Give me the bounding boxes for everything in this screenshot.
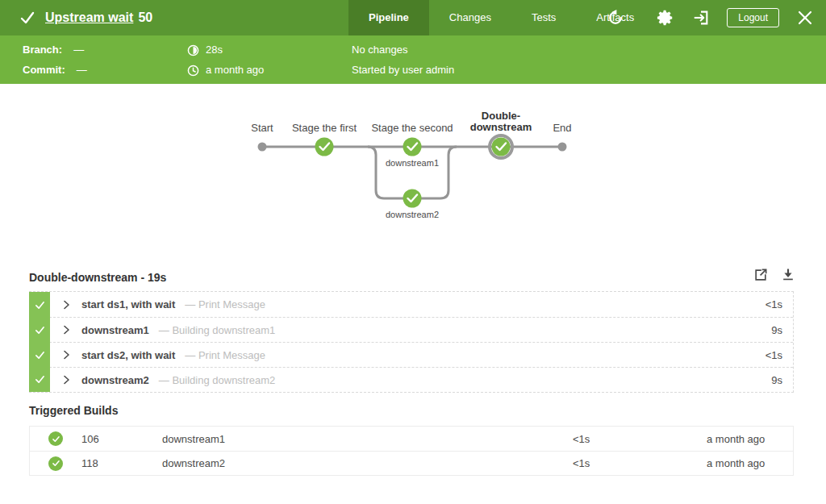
check-icon — [35, 374, 45, 385]
build-time: a month ago — [707, 433, 793, 445]
started-by-text: Started by user admin — [352, 62, 454, 78]
pipeline-name[interactable]: Upstream wait — [45, 10, 133, 24]
branch-value: — — [73, 42, 84, 58]
step-description: — Print Message — [185, 298, 265, 310]
logout-button[interactable]: Logout — [727, 8, 779, 27]
build-status-cell — [30, 431, 81, 446]
check-icon — [35, 350, 45, 360]
duration-timer-icon — [187, 44, 199, 56]
cause-column: No changes Started by user admin — [352, 42, 454, 78]
run-number: 50 — [138, 10, 152, 24]
step-duration: 9s — [771, 374, 782, 386]
graph-node-start[interactable] — [258, 143, 267, 152]
success-check-icon — [19, 10, 35, 26]
completed-value: a month ago — [206, 62, 264, 78]
chevron-right-icon — [63, 350, 70, 360]
duration-row: 28s — [187, 42, 264, 58]
stage-result-title: Double-downstream - 19s — [29, 271, 166, 284]
settings-gear-icon[interactable] — [656, 8, 675, 27]
step-status-success — [29, 292, 50, 318]
step-row[interactable]: downstream1 — Building downstream1 9s — [29, 317, 793, 342]
log-actions — [752, 266, 797, 284]
build-duration: <1s — [573, 457, 707, 469]
chevron-right-icon — [63, 375, 70, 385]
step-description: — Print Message — [185, 349, 265, 361]
commit-value: — — [77, 62, 87, 78]
build-time: a month ago — [707, 457, 793, 469]
step-status-success — [29, 367, 50, 392]
run-details-bar: Branch: — Commit: — 28s a mo — [0, 35, 826, 84]
step-row[interactable]: start ds1, with wait — Print Message <1s — [29, 292, 793, 317]
step-content: downstream2 — Building downstream2 9s — [50, 368, 793, 392]
triggered-builds-table: 106 downstream1 <1s a month ago 118 down… — [29, 426, 794, 476]
graph-node-downstream1[interactable] — [403, 138, 422, 156]
completed-row: a month ago — [187, 62, 264, 78]
step-status-success — [29, 342, 50, 368]
pipeline-graph: Start Stage the first Stage the second D… — [0, 84, 826, 253]
tab-changes[interactable]: Changes — [429, 0, 511, 35]
build-duration: <1s — [573, 433, 707, 445]
graph-node-downstream2[interactable] — [403, 190, 422, 208]
step-name: downstream2 — [81, 374, 149, 386]
pipeline-run-page: Upstream wait50 Pipeline Changes Tests A… — [0, 0, 826, 504]
tab-tests[interactable]: Tests — [511, 0, 576, 35]
top-bar: Upstream wait50 Pipeline Changes Tests A… — [0, 0, 826, 35]
branch-label-downstream2: downstream2 — [386, 210, 439, 219]
success-circle-icon — [48, 431, 63, 446]
step-row[interactable]: start ds2, with wait — Print Message <1s — [29, 342, 793, 367]
go-to-classic-icon[interactable] — [691, 8, 711, 27]
run-title-link[interactable]: Upstream wait50 — [45, 10, 152, 25]
close-icon[interactable] — [795, 8, 815, 27]
branch-label-downstream1: downstream1 — [386, 158, 439, 168]
step-list: start ds1, with wait — Print Message <1s… — [29, 291, 794, 393]
duration-value: 28s — [206, 42, 223, 58]
changes-text: No changes — [352, 42, 454, 58]
build-name: downstream2 — [162, 457, 573, 469]
step-name: downstream1 — [81, 324, 149, 336]
step-description: — Building downstream2 — [159, 374, 276, 386]
table-row[interactable]: 118 downstream2 <1s a month ago — [30, 451, 793, 475]
header-actions: Logout — [606, 0, 815, 35]
run-title-group: Upstream wait50 — [19, 10, 152, 26]
step-duration: 9s — [771, 324, 782, 336]
build-name: downstream1 — [162, 433, 573, 445]
clock-icon — [187, 65, 199, 77]
branch-label: Branch: — [23, 42, 62, 58]
success-circle-icon — [48, 456, 63, 471]
download-log-icon[interactable] — [779, 266, 797, 284]
table-row[interactable]: 106 downstream1 <1s a month ago — [30, 427, 793, 451]
step-name: start ds1, with wait — [81, 298, 175, 310]
step-row[interactable]: downstream2 — Building downstream2 9s — [29, 367, 793, 392]
step-duration: <1s — [766, 349, 782, 361]
triggered-builds-title: Triggered Builds — [29, 404, 118, 417]
step-duration: <1s — [766, 298, 782, 310]
graph-node-double-downstream-selected[interactable] — [490, 135, 512, 158]
step-status-success — [29, 317, 50, 343]
rerun-icon[interactable] — [606, 8, 625, 27]
step-content: downstream1 — Building downstream1 9s — [50, 318, 793, 342]
tab-pipeline[interactable]: Pipeline — [348, 0, 429, 35]
step-content: start ds1, with wait — Print Message <1s — [50, 292, 793, 317]
commit-row: Commit: — — [23, 62, 87, 78]
branch-row: Branch: — — [23, 42, 87, 58]
step-description: — Building downstream1 — [159, 324, 276, 336]
graph-node-stage-the-first[interactable] — [315, 138, 334, 156]
build-status-cell — [30, 456, 81, 471]
step-name: start ds2, with wait — [81, 349, 175, 361]
branch-commit-column: Branch: — Commit: — — [23, 42, 87, 78]
step-content: start ds2, with wait — Print Message <1s — [50, 343, 793, 367]
open-log-external-icon[interactable] — [752, 266, 770, 284]
check-icon — [35, 300, 45, 310]
timing-column: 28s a month ago — [187, 42, 264, 78]
commit-label: Commit: — [23, 62, 65, 78]
graph-node-end[interactable] — [558, 143, 567, 152]
check-icon — [35, 325, 45, 335]
build-number: 118 — [81, 457, 162, 469]
chevron-right-icon — [63, 325, 70, 335]
build-number: 106 — [81, 433, 162, 445]
chevron-right-icon — [63, 300, 70, 310]
